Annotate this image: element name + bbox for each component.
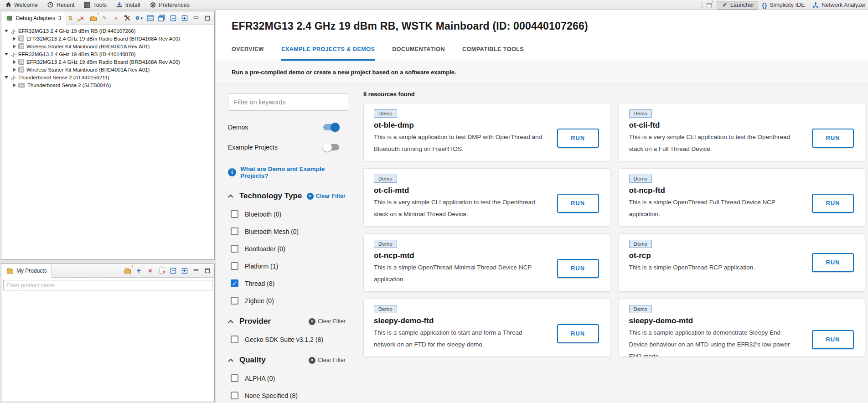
- open-perspective-icon[interactable]: ✦: [706, 1, 713, 9]
- expander-icon[interactable]: [5, 76, 8, 79]
- run-button[interactable]: RUN: [557, 129, 599, 148]
- menu-tools[interactable]: Tools: [79, 0, 111, 10]
- tree-item[interactable]: Thunderboard Sense 2 (SLTB004A): [1, 81, 214, 89]
- view-list-icon[interactable]: [146, 15, 154, 22]
- example-projects-toggle-row: Example Projects: [228, 144, 348, 151]
- new-group-icon[interactable]: ✦: [124, 267, 131, 274]
- filter-option-thread[interactable]: ✓ Thread (8): [228, 279, 348, 287]
- menu-preferences[interactable]: Preferences: [145, 0, 194, 10]
- debug-adapters-tab[interactable]: Debug Adapters: 3: [1, 11, 66, 25]
- content-area: Demos Example Projects i What are Demo a…: [216, 83, 868, 403]
- menu-recent[interactable]: Recent: [42, 0, 79, 10]
- delete-icon[interactable]: ×: [112, 15, 120, 22]
- run-button[interactable]: RUN: [557, 194, 599, 213]
- expander-icon[interactable]: [5, 53, 8, 56]
- filter-option-gecko-sdk[interactable]: ✓ Gecko SDK Suite v3.1.2 (8): [228, 336, 348, 343]
- maximize-icon[interactable]: [203, 15, 211, 22]
- settings-gear-icon[interactable]: ▾: [135, 15, 143, 22]
- tree-item[interactable]: Wireless Starter Kit Mainboard (BRD4001A…: [1, 42, 214, 50]
- expander-icon[interactable]: [13, 45, 16, 48]
- checkbox-icon[interactable]: ✓: [231, 245, 238, 253]
- filter-option-none-specified[interactable]: ✓ None Specified (8): [228, 392, 348, 399]
- my-products-tab[interactable]: My Products: [1, 264, 52, 278]
- tree-item[interactable]: EFR32MG13 2.4 GHz 19 dBm Radio Board (BR…: [1, 35, 214, 42]
- module-board-icon: [18, 83, 25, 88]
- expand-all-icon[interactable]: [181, 267, 188, 274]
- checkbox-icon[interactable]: ✓: [231, 297, 238, 305]
- collapse-all-icon[interactable]: [169, 15, 177, 22]
- my-products-toolbar: ✦ + × ×: [124, 267, 214, 274]
- run-button[interactable]: RUN: [812, 194, 854, 213]
- run-button[interactable]: RUN: [557, 324, 599, 343]
- demos-toggle[interactable]: [323, 124, 339, 130]
- remove-all-icon[interactable]: ×: [158, 267, 165, 274]
- expander-icon[interactable]: [5, 30, 8, 32]
- chevron-up-icon[interactable]: [228, 194, 233, 198]
- rename-icon[interactable]: ✎: [101, 15, 108, 22]
- expander-icon[interactable]: [13, 60, 16, 64]
- quality-clear-filter[interactable]: × Clear Filter: [309, 357, 346, 364]
- demo-info-link-row[interactable]: i What are Demo and Example Projects?: [228, 165, 348, 179]
- run-button[interactable]: RUN: [812, 253, 854, 272]
- perspective-network-analyzer[interactable]: Network Analyzer: [808, 1, 868, 10]
- chevron-up-icon[interactable]: [228, 358, 233, 362]
- tree-item[interactable]: Thunderboard Sense 2 (ID:440156211): [1, 73, 214, 81]
- filter-option-zigbee[interactable]: ✓ Zigbee (0): [228, 297, 348, 305]
- tree-item[interactable]: Wireless Starter Kit Mainboard (BRD4001A…: [1, 66, 214, 73]
- technology-clear-filter[interactable]: × Clear Filter: [307, 193, 346, 200]
- new-group-icon[interactable]: ✦: [89, 15, 97, 22]
- chevron-up-icon[interactable]: [228, 320, 233, 323]
- example-projects-toggle[interactable]: [323, 144, 339, 150]
- expander-icon[interactable]: [13, 68, 16, 72]
- filter-option-bluetooth[interactable]: ✓ Bluetooth (0): [228, 210, 348, 218]
- menu-install[interactable]: Install: [111, 0, 145, 10]
- filter-option-alpha[interactable]: ✓ ALPHA (0): [228, 374, 348, 382]
- sparkle-icon: ✦: [96, 12, 99, 16]
- tree-item-label: Thunderboard Sense 2 (SLTB004A): [27, 83, 111, 88]
- run-button[interactable]: RUN: [557, 259, 599, 278]
- expander-icon[interactable]: [13, 83, 16, 87]
- product-name-input[interactable]: [3, 280, 212, 290]
- filter-option-bluetooth-mesh[interactable]: ✓ Bluetooth Mesh (0): [228, 227, 348, 235]
- checkbox-icon[interactable]: ✓: [231, 279, 238, 287]
- perspective-simplicity-ide[interactable]: {} Simplicity IDE: [758, 1, 808, 10]
- collapse-all-icon[interactable]: [169, 267, 177, 274]
- checkbox-icon[interactable]: ✓: [231, 336, 238, 343]
- tree-item[interactable]: EFR32MG13 2.4 GHz 19 dBm Radio Board (BR…: [1, 58, 214, 66]
- provider-clear-filter[interactable]: × Clear Filter: [309, 318, 346, 325]
- arrow-overlay-icon: ⇄: [77, 18, 80, 22]
- minimize-icon[interactable]: [192, 267, 200, 274]
- tree-item[interactable]: EFR32MG13 2.4 GHz 19 dBm RB (ID:44014887…: [1, 50, 214, 58]
- checkbox-icon[interactable]: ✓: [231, 262, 238, 270]
- radio-board-icon: [18, 59, 24, 65]
- tab-example-projects-demos[interactable]: EXAMPLE PROJECTS & DEMOS: [281, 46, 375, 61]
- add-product-icon[interactable]: +: [135, 267, 143, 274]
- run-button[interactable]: RUN: [812, 330, 854, 349]
- minimize-icon[interactable]: [192, 15, 200, 22]
- device-tools-icon[interactable]: [124, 15, 131, 22]
- filter-option-bootloader[interactable]: ✓ Bootloader (0): [228, 245, 348, 253]
- checkbox-icon[interactable]: ✓: [231, 210, 238, 218]
- expand-all-icon[interactable]: [181, 15, 188, 22]
- tab-documentation[interactable]: DOCUMENTATION: [392, 46, 445, 61]
- menu-welcome[interactable]: Welcome: [0, 0, 42, 10]
- checkbox-icon[interactable]: ✓: [231, 227, 238, 235]
- tab-overview[interactable]: OVERVIEW: [232, 46, 264, 61]
- clock-icon: [47, 1, 54, 9]
- maximize-icon[interactable]: [203, 267, 211, 274]
- tree-item[interactable]: EFR32MG13 2.4 GHz 19 dBm RB (ID:44010726…: [1, 27, 214, 35]
- checkbox-icon[interactable]: ✓: [231, 392, 238, 399]
- debug-adapters-tree: EFR32MG13 2.4 GHz 19 dBm RB (ID:44010726…: [1, 25, 214, 89]
- run-button[interactable]: RUN: [812, 129, 854, 148]
- delete-icon[interactable]: ×: [146, 267, 154, 274]
- filter-option-platform[interactable]: ✓ Platform (1): [228, 262, 348, 270]
- keyword-filter-input[interactable]: [228, 93, 348, 111]
- connect-icon[interactable]: ⇅: [67, 15, 74, 22]
- view-multi-icon[interactable]: [158, 15, 165, 22]
- option-label: Bluetooth (0): [245, 211, 281, 218]
- tab-compatible-tools[interactable]: COMPATIBLE TOOLS: [462, 46, 524, 61]
- disconnect-icon[interactable]: ×⇄: [78, 15, 86, 22]
- perspective-launcher[interactable]: Launcher: [717, 1, 758, 10]
- expander-icon[interactable]: [13, 37, 16, 41]
- checkbox-icon[interactable]: ✓: [231, 374, 238, 382]
